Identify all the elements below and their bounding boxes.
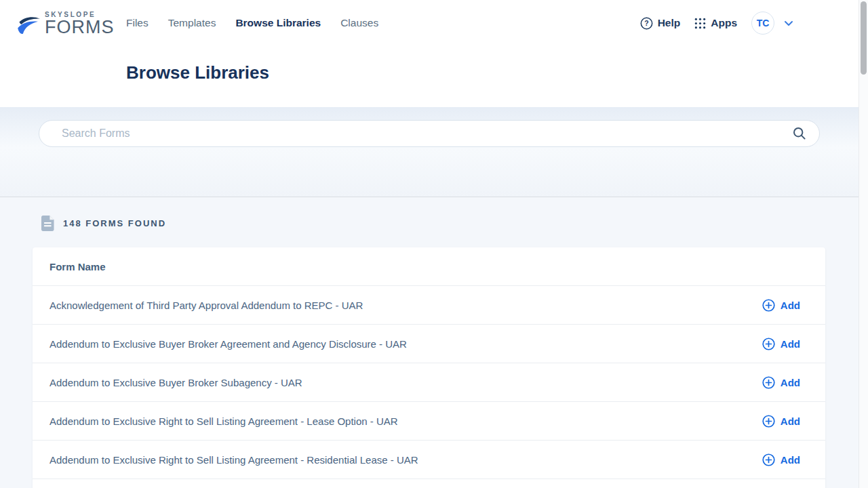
apps-label: Apps (711, 17, 737, 29)
avatar[interactable]: TC (751, 12, 774, 35)
skyslope-forms-app: SKYSLOPE FORMS Files Templates Browse Li… (0, 0, 868, 488)
page-scrollbar-thumb[interactable] (861, 1, 867, 75)
nav-item-templates[interactable]: Templates (168, 17, 216, 29)
search-box (39, 120, 820, 147)
table-row: Addendum to Exclusive Right to Sell List… (33, 440, 825, 479)
skyslope-forms-logo[interactable]: SKYSLOPE FORMS (16, 11, 115, 38)
form-name: Addendum to Exclusive Buyer Broker Subag… (50, 377, 302, 388)
logo-forms-label: FORMS (45, 18, 115, 37)
results-count-row: 148 FORMS FOUND (41, 216, 166, 231)
logo-text: SKYSLOPE FORMS (45, 11, 115, 37)
add-button[interactable]: Add (762, 415, 800, 428)
search-button[interactable] (791, 125, 808, 142)
add-label: Add (781, 300, 800, 311)
header-right-group: ? Help Apps TC (640, 12, 793, 35)
apps-button[interactable]: Apps (694, 17, 737, 29)
help-question-icon: ? (640, 17, 653, 30)
page-title: Browse Libraries (126, 62, 269, 83)
add-label: Add (781, 454, 800, 466)
plus-circle-icon (762, 376, 775, 389)
table-row: Addendum to Exclusive Buyer Broker Subag… (33, 363, 825, 401)
search-section: Filter results by: All libraries (0, 107, 868, 197)
main-nav: Files Templates Browse Libraries Clauses (126, 17, 378, 29)
plus-circle-icon (762, 453, 775, 466)
plus-circle-icon (762, 415, 775, 428)
help-label: Help (658, 17, 681, 29)
form-name-column-header: Form Name (50, 261, 106, 272)
search-input[interactable] (62, 127, 791, 140)
forms-table-card: Form Name Acknowledgement of Third Party… (33, 247, 825, 488)
add-button[interactable]: Add (762, 453, 800, 466)
main-content: 148 FORMS FOUND Form Name Acknowledgemen… (0, 197, 868, 488)
nav-item-files[interactable]: Files (126, 17, 149, 29)
add-label: Add (781, 338, 800, 350)
chevron-down-icon[interactable] (784, 20, 793, 26)
add-button[interactable]: Add (762, 299, 800, 312)
table-row: Acknowledgement of Third Party Approval … (33, 285, 825, 324)
table-header-row: Form Name (33, 247, 825, 285)
app-header: SKYSLOPE FORMS Files Templates Browse Li… (0, 0, 868, 107)
add-button[interactable]: Add (762, 338, 800, 350)
help-button[interactable]: ? Help (640, 17, 681, 30)
plus-circle-icon (762, 338, 775, 350)
skyslope-swoosh-icon (16, 15, 42, 38)
svg-text:?: ? (644, 20, 648, 27)
table-row-partial (33, 479, 825, 488)
nav-item-clauses[interactable]: Clauses (340, 17, 378, 29)
document-icon (41, 216, 54, 231)
add-label: Add (781, 415, 800, 427)
plus-circle-icon (762, 299, 775, 312)
table-row: Addendum to Exclusive Right to Sell List… (33, 401, 825, 440)
nav-item-browse-libraries[interactable]: Browse Libraries (235, 17, 321, 29)
form-name: Acknowledgement of Third Party Approval … (50, 300, 363, 311)
apps-grid-icon (694, 18, 706, 29)
page-scrollbar-track[interactable] (859, 0, 868, 488)
table-row: Addendum to Exclusive Buyer Broker Agree… (33, 324, 825, 363)
form-name: Addendum to Exclusive Right to Sell List… (50, 454, 418, 466)
results-count-label: 148 FORMS FOUND (63, 218, 166, 228)
add-label: Add (781, 377, 800, 388)
form-name: Addendum to Exclusive Buyer Broker Agree… (50, 338, 407, 350)
account-menu[interactable]: TC (751, 12, 793, 35)
search-icon (793, 127, 806, 140)
add-button[interactable]: Add (762, 376, 800, 389)
form-name: Addendum to Exclusive Right to Sell List… (50, 415, 398, 427)
